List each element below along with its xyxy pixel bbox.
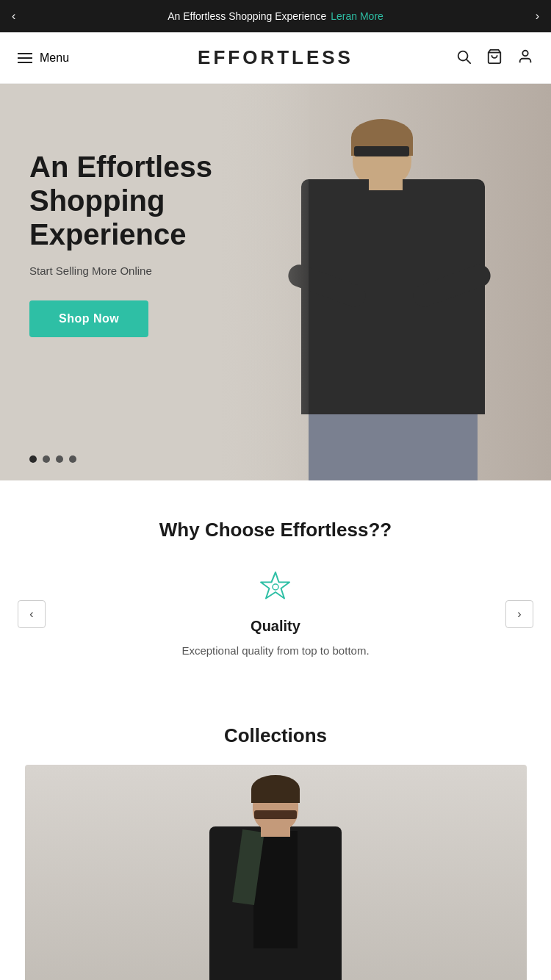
why-item-description: Exceptional quality from top to bottom. bbox=[181, 642, 369, 660]
hero-title: An Effortless Shopping Experience bbox=[29, 150, 235, 251]
quality-star-icon bbox=[256, 568, 295, 606]
hero-dot-2[interactable] bbox=[43, 455, 50, 463]
shop-now-button[interactable]: Shop Now bbox=[29, 300, 148, 337]
announcement-bar: ‹ An Effortless Shopping Experience Lera… bbox=[0, 0, 551, 32]
hero-dot-4[interactable] bbox=[69, 455, 76, 463]
announcement-next-button[interactable]: › bbox=[524, 10, 551, 23]
hero-section: An Effortless Shopping Experience Start … bbox=[0, 84, 551, 480]
why-carousel: ‹ Quality Exceptional quality from top t… bbox=[18, 568, 533, 660]
collections-title: Collections bbox=[0, 724, 551, 747]
why-section: Why Choose Effortless?? ‹ Quality Except… bbox=[0, 480, 551, 689]
announcement-link[interactable]: Leran More bbox=[331, 10, 383, 22]
svg-line-1 bbox=[467, 60, 470, 63]
announcement-text: An Effortless Shopping Experience bbox=[168, 10, 326, 22]
hero-content: An Effortless Shopping Experience Start … bbox=[0, 84, 264, 337]
hero-dot-1[interactable] bbox=[29, 455, 37, 463]
menu-label: Menu bbox=[40, 51, 69, 65]
hero-subtitle: Start Selling More Online bbox=[29, 264, 235, 277]
account-icon[interactable] bbox=[517, 48, 533, 68]
collections-section: Collections bbox=[0, 689, 551, 980]
header-actions bbox=[455, 48, 533, 68]
collections-image bbox=[25, 765, 527, 980]
why-item: Quality Exceptional quality from top to … bbox=[46, 568, 505, 660]
svg-point-3 bbox=[522, 50, 527, 55]
search-icon[interactable] bbox=[455, 48, 472, 68]
cart-icon[interactable] bbox=[486, 48, 503, 68]
hero-dots bbox=[29, 455, 76, 463]
hero-dot-3[interactable] bbox=[56, 455, 63, 463]
why-title: Why Choose Effortless?? bbox=[18, 519, 533, 541]
why-next-button[interactable]: › bbox=[505, 600, 533, 628]
announcement-prev-button[interactable]: ‹ bbox=[0, 10, 27, 23]
header: Menu EFFORTLESS bbox=[0, 32, 551, 84]
site-logo[interactable]: EFFORTLESS bbox=[198, 46, 353, 69]
menu-button[interactable]: Menu bbox=[18, 51, 69, 65]
why-prev-button[interactable]: ‹ bbox=[18, 600, 46, 628]
hamburger-icon bbox=[18, 53, 32, 63]
why-item-title: Quality bbox=[251, 618, 300, 635]
svg-point-4 bbox=[273, 584, 278, 590]
